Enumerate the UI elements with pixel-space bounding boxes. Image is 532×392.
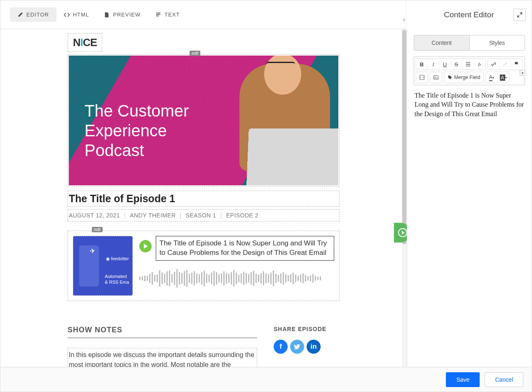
- player-title-text[interactable]: The Title of Episode 1 is Now Super Long…: [156, 236, 334, 261]
- tab-editor[interactable]: EDITOR: [10, 7, 56, 22]
- waveform[interactable]: [139, 268, 334, 289]
- flag-button[interactable]: [511, 59, 523, 70]
- top-toolbar: EDITOR HTML PREVIEW TEXT ⇠⇢ Content Edit…: [0, 0, 532, 29]
- thumb-brand: ◉ feedotter: [106, 256, 129, 261]
- lineheight-icon: [465, 61, 471, 67]
- hero-line-3: Podcast: [84, 140, 189, 160]
- edit-badge[interactable]: edit: [190, 51, 200, 56]
- meta-date: AUGUST 12, 2021: [69, 212, 120, 219]
- lines-icon: [155, 12, 161, 18]
- svg-rect-0: [420, 75, 424, 80]
- panel-tabs: Content Styles: [414, 35, 525, 51]
- episode-title-block[interactable]: The Title of Episode 1: [68, 191, 340, 207]
- unlink-button[interactable]: [499, 59, 511, 70]
- view-tabs: EDITOR HTML PREVIEW TEXT: [10, 7, 187, 22]
- cancel-button[interactable]: Cancel: [485, 372, 523, 387]
- linkedin-icon[interactable]: in: [307, 340, 321, 354]
- save-button[interactable]: Save: [446, 372, 480, 387]
- hero-block[interactable]: edit The Customer Experience Podcast: [68, 54, 340, 187]
- meta-sep: |: [180, 212, 181, 219]
- meta-author: ANDY THEIMER: [130, 212, 176, 219]
- italic-button[interactable]: I: [428, 59, 439, 70]
- tab-preview[interactable]: PREVIEW: [96, 7, 148, 22]
- meta-sep: |: [220, 212, 222, 219]
- tab-html[interactable]: HTML: [56, 7, 96, 22]
- clear-format-button[interactable]: Ix: [474, 59, 485, 70]
- show-notes-body[interactable]: In this episode we discuss the important…: [68, 348, 257, 368]
- logo-block[interactable]: NICE: [68, 33, 102, 52]
- scrollbar-thumb[interactable]: [402, 30, 406, 244]
- pencil-icon: [17, 12, 23, 18]
- bottom-bar: Save Cancel: [0, 367, 532, 392]
- email-template: NICE edit The Customer Experience Podcas…: [68, 33, 340, 368]
- rte-content[interactable]: The Title of Episode 1 is Now Super Long…: [415, 91, 524, 119]
- player-block[interactable]: edit ✈ ◉ feedotter Automated & RSS Ema: [68, 231, 340, 301]
- image-button[interactable]: [430, 72, 442, 83]
- strike-button[interactable]: S: [451, 59, 462, 70]
- toolbar-more-button[interactable]: ▾: [520, 70, 525, 76]
- lineheight-button[interactable]: [462, 59, 474, 70]
- panel-tab-content[interactable]: Content: [414, 35, 470, 50]
- tab-text-label: TEXT: [164, 12, 180, 18]
- logo-text: NICE: [73, 36, 97, 49]
- content-editor-panel: Content Styles B I U S Ix: [407, 29, 532, 368]
- panel-tab-styles[interactable]: Styles: [470, 35, 525, 50]
- show-notes-heading: SHOW NOTES: [68, 326, 257, 334]
- link-button[interactable]: [488, 59, 499, 70]
- edit-badge[interactable]: edit: [92, 227, 103, 232]
- share-heading: SHARE EPISODE: [274, 326, 340, 332]
- text-color-button[interactable]: A▾: [486, 72, 497, 83]
- tab-html-label: HTML: [73, 12, 89, 18]
- panel-header: Content Editor: [406, 0, 532, 29]
- podcast-thumbnail[interactable]: ✈ ◉ feedotter Automated & RSS Ema: [73, 236, 133, 296]
- bg-color-button[interactable]: A▾: [497, 72, 509, 83]
- play-button[interactable]: [139, 240, 152, 252]
- hero-line-1: The Customer: [84, 101, 189, 121]
- code-icon: [64, 12, 70, 18]
- source-icon: [419, 75, 425, 80]
- merge-field-label: Merge Field: [454, 75, 480, 80]
- tab-editor-label: EDITOR: [26, 12, 49, 18]
- flag-icon: [514, 61, 520, 67]
- svg-rect-1: [434, 76, 438, 79]
- logo-part-3: CE: [83, 36, 97, 49]
- unlink-icon: [502, 61, 508, 67]
- meta-sep: |: [124, 212, 126, 219]
- meta-episode: EPISODE 2: [226, 212, 258, 219]
- link-icon: [491, 61, 497, 67]
- meta-season: SEASON 1: [186, 212, 216, 219]
- expand-button[interactable]: [513, 9, 526, 21]
- source-button[interactable]: [416, 72, 428, 83]
- meta-block[interactable]: AUGUST 12, 2021 | ANDY THEIMER | SEASON …: [68, 209, 340, 222]
- merge-field-button[interactable]: Merge Field: [444, 72, 483, 83]
- facebook-icon[interactable]: f: [274, 340, 288, 354]
- twitter-icon[interactable]: [290, 340, 304, 354]
- tab-text[interactable]: TEXT: [148, 7, 187, 22]
- hero-person-illustration: [223, 56, 338, 185]
- panel-title: Content Editor: [444, 10, 494, 19]
- expand-icon: [517, 12, 523, 18]
- scrollbar[interactable]: [402, 29, 407, 368]
- image-icon: [433, 75, 439, 80]
- logo-part-1: N: [73, 36, 80, 49]
- canvas-area: NICE edit The Customer Experience Podcas…: [0, 29, 407, 368]
- rte-toolbar: B I U S Ix Merge Field: [414, 56, 525, 85]
- tag-icon: [448, 75, 452, 80]
- thumb-sub: Automated & RSS Ema: [105, 273, 129, 285]
- episode-title: The Title of Episode 1: [69, 193, 338, 205]
- tab-preview-label: PREVIEW: [113, 12, 141, 18]
- hero-title: The Customer Experience Podcast: [84, 101, 189, 160]
- underline-button[interactable]: U: [439, 59, 451, 70]
- hero-line-2: Experience: [84, 121, 189, 140]
- panel-expand-button[interactable]: [394, 223, 407, 243]
- bold-button[interactable]: B: [416, 59, 428, 70]
- file-icon: [104, 12, 110, 18]
